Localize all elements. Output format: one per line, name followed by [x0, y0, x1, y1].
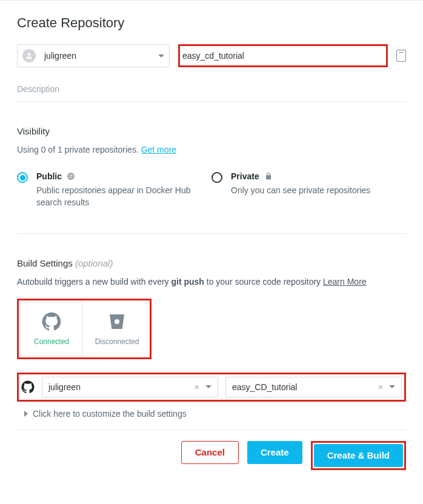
bitbucket-status: Disconnected: [95, 337, 139, 346]
avatar: [22, 49, 36, 62]
description-field[interactable]: Description: [17, 84, 406, 102]
public-desc: Public repositories appear in Docker Hub…: [36, 184, 199, 209]
build-desc-pre: Autobuild triggers a new build with ever…: [17, 277, 171, 287]
providers-highlight: Connected Disconnected: [17, 299, 152, 359]
clear-org-icon[interactable]: ×: [195, 382, 199, 392]
visibility-public-option[interactable]: Public Public repositories appear in Doc…: [17, 171, 212, 209]
namespace-label: juligreen: [44, 51, 158, 61]
visibility-usage: Using 0 of 1 private repositories. Get m…: [17, 145, 406, 154]
source-org-value: juligreen: [48, 382, 195, 392]
build-optional: (optional): [75, 258, 113, 268]
visibility-heading: Visibility: [17, 126, 406, 136]
provider-github[interactable]: Connected: [20, 302, 83, 356]
customize-build-toggle[interactable]: Click here to customize the build settin…: [17, 409, 406, 430]
radio-public[interactable]: [17, 172, 28, 183]
source-row-highlight: juligreen × easy_CD_tutorial ×: [17, 373, 406, 402]
github-status: Connected: [34, 337, 69, 346]
clear-repo-icon[interactable]: ×: [378, 382, 383, 392]
provider-bitbucket[interactable]: Disconnected: [85, 302, 148, 356]
repo-name-input[interactable]: [182, 51, 384, 61]
build-heading-text: Build Settings: [17, 258, 73, 268]
github-icon: [42, 312, 61, 331]
actions-row: Cancel Create Create & Build: [17, 441, 406, 470]
namespace-select[interactable]: juligreen: [17, 44, 170, 67]
build-heading: Build Settings (optional): [17, 258, 406, 268]
build-description: Autobuild triggers a new build with ever…: [17, 277, 406, 287]
source-org-select[interactable]: juligreen ×: [42, 377, 218, 397]
build-desc-post: to your source code repository: [204, 277, 323, 287]
create-and-build-button[interactable]: Create & Build: [314, 444, 403, 467]
cancel-button[interactable]: Cancel: [181, 441, 239, 464]
create-build-highlight: Create & Build: [311, 441, 406, 470]
chevron-down-icon: [205, 385, 212, 388]
create-button[interactable]: Create: [247, 441, 302, 464]
private-desc: Only you can see private repositories: [231, 184, 394, 196]
page-title: Create Repository: [17, 15, 406, 31]
get-more-link[interactable]: Get more: [141, 145, 176, 154]
name-row: juligreen: [17, 44, 406, 67]
customize-label: Click here to customize the build settin…: [33, 409, 187, 419]
clipboard-icon[interactable]: [396, 50, 406, 62]
globe-icon: [67, 172, 75, 181]
chevron-right-icon: [24, 411, 28, 417]
build-desc-bold: git push: [171, 277, 204, 287]
visibility-private-option[interactable]: Private Only you can see private reposit…: [212, 171, 406, 209]
github-icon: [21, 380, 35, 394]
public-label: Public: [36, 171, 62, 181]
bitbucket-icon: [107, 312, 127, 331]
chevron-down-icon: [158, 55, 164, 58]
radio-private[interactable]: [212, 172, 222, 183]
repo-name-highlight: [178, 44, 388, 67]
private-label: Private: [231, 171, 259, 181]
learn-more-link[interactable]: Learn More: [323, 277, 367, 287]
source-repo-select[interactable]: easy_CD_tutorial ×: [225, 377, 402, 397]
source-repo-value: easy_CD_tutorial: [232, 382, 378, 392]
chevron-down-icon: [389, 385, 395, 388]
visibility-usage-text: Using 0 of 1 private repositories.: [17, 145, 141, 154]
lock-icon: [264, 172, 273, 181]
